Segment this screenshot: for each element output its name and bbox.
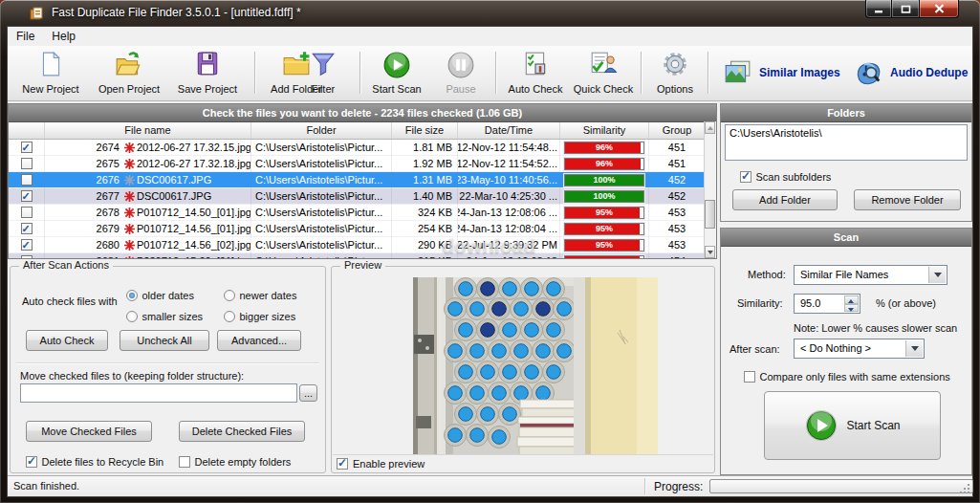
after-scan-legend: After Scan Actions [19, 259, 113, 271]
menu-help[interactable]: Help [43, 27, 84, 46]
filter-icon [310, 51, 337, 77]
table-row[interactable]: 2679 P010712_14.56_[01].jpg C:\Users\Ari… [9, 221, 716, 237]
file-type-icon [122, 208, 137, 218]
row-checkbox[interactable] [21, 158, 33, 169]
radio-older-dates[interactable]: older dates [126, 286, 194, 303]
row-checkbox[interactable] [21, 223, 33, 234]
column-date-time[interactable]: Date/Time [458, 122, 560, 139]
status-message: Scan finished. [13, 480, 79, 492]
radio-newer-dates[interactable]: newer dates [224, 286, 296, 303]
resize-grip-icon[interactable] [959, 483, 971, 495]
add-folder-panel-button[interactable]: Add Folder [732, 189, 838, 210]
row-checkbox[interactable] [21, 142, 33, 153]
enable-preview-row[interactable]: Enable preview [333, 454, 713, 471]
column-group[interactable]: Group [649, 122, 706, 139]
filter-button[interactable]: Filter [296, 49, 350, 97]
auto-check-button[interactable]: Auto Check [26, 330, 108, 351]
uncheck-all-button[interactable]: Uncheck All [120, 330, 209, 351]
column-file-size[interactable]: File size [392, 122, 458, 139]
table-header: File name Folder File size Date/Time Sim… [9, 122, 716, 140]
file-size: 324 KB [392, 205, 458, 221]
similarity-label: 96% [565, 159, 643, 169]
column-folder[interactable]: Folder [251, 122, 392, 139]
scan-subfolders-checkbox[interactable]: Scan subfolders [740, 167, 831, 185]
divider [16, 362, 319, 363]
minimize-button[interactable] [865, 0, 892, 18]
browse-button[interactable]: ... [299, 384, 317, 402]
table-row[interactable]: 2674 2012-06-27 17.32.15.jpg C:\Users\Ar… [9, 140, 716, 156]
vertical-scrollbar[interactable] [704, 121, 716, 258]
row-checkbox[interactable] [21, 174, 33, 186]
table-row[interactable]: 2676 DSC00617.JPG C:\Users\Aristotelis\P… [9, 172, 716, 188]
folder-path[interactable]: C:\Users\Aristotelis\ [730, 127, 822, 139]
scroll-up-arrow-icon[interactable] [705, 121, 715, 134]
file-name: P010712_14.50_[01].jpg [137, 205, 250, 220]
new-project-button[interactable]: New Project [15, 49, 86, 97]
checkbox-icon [179, 456, 190, 468]
delete-empty-folders-checkbox[interactable]: Delete empty folders [179, 452, 291, 470]
radio-bigger-sizes[interactable]: bigger sizes [224, 307, 295, 324]
app-icon [29, 6, 44, 21]
file-type-icon [122, 159, 137, 169]
close-button[interactable] [919, 0, 959, 18]
quick-check-button[interactable]: Quick Check [570, 49, 637, 97]
folders-panel: Folders C:\Users\Aristotelis\ Scan subfo… [720, 103, 972, 222]
file-group: 454 [649, 253, 706, 260]
audio-dedupe-button[interactable]: Audio Dedupe [854, 55, 968, 90]
row-checkbox[interactable] [21, 239, 33, 251]
table-row[interactable]: 2677 DSC00617.JPG C:\Users\Aristotelis\P… [9, 188, 716, 205]
recycle-bin-checkbox[interactable]: Delete files to Recycle Bin [26, 452, 163, 470]
column-similarity[interactable]: Similarity [560, 122, 649, 139]
similar-images-button[interactable]: Similar Images [723, 55, 840, 90]
table-row[interactable]: 2675 2012-06-27 17.32.18.jpg C:\Users\Ar… [9, 156, 716, 172]
folders-list[interactable]: C:\Users\Aristotelis\ [725, 124, 968, 161]
row-checkbox[interactable] [21, 207, 33, 218]
start-scan-button[interactable]: Start Scan [764, 391, 941, 460]
dropdown-arrow-icon[interactable] [905, 340, 923, 357]
options-button[interactable]: Options [648, 49, 702, 97]
spin-down-icon[interactable] [844, 304, 859, 313]
table-row[interactable]: 2678 P010712_14.50_[01].jpg C:\Users\Ari… [9, 205, 716, 221]
menu-bar: File Help [8, 27, 972, 47]
move-checked-files-button[interactable]: Move Checked Files [26, 421, 152, 442]
save-project-icon [195, 51, 220, 77]
same-extensions-checkbox[interactable]: Compare only files with same extensions [744, 367, 950, 384]
similarity-label: 95% [565, 224, 643, 234]
move-destination-input[interactable] [20, 383, 297, 403]
similarity-spinner[interactable]: 95.0 [794, 294, 860, 314]
column-check[interactable] [9, 122, 45, 139]
method-dropdown[interactable]: Similar File Names [794, 265, 947, 285]
auto-check-toolbar-button[interactable]: Auto Check [503, 49, 568, 97]
save-project-button[interactable]: Save Project [168, 49, 247, 97]
file-size: 1.40 MB [392, 188, 458, 205]
maximize-button[interactable] [892, 0, 919, 18]
folders-header: Folders [721, 104, 971, 122]
scroll-down-arrow-icon[interactable] [705, 246, 715, 258]
delete-checked-files-button[interactable]: Delete Checked Files [179, 421, 305, 442]
scrollbar-thumb[interactable] [705, 200, 715, 229]
spin-up-icon[interactable] [844, 295, 859, 304]
options-gear-icon [662, 51, 688, 77]
column-file-name[interactable]: File name [45, 122, 251, 139]
start-scan-toolbar-button[interactable]: Start Scan [367, 49, 426, 97]
remove-folder-button[interactable]: Remove Folder [854, 189, 961, 210]
menu-file[interactable]: File [8, 27, 43, 46]
file-group: 453 [649, 205, 706, 221]
start-scan-play-icon [804, 408, 838, 443]
method-value: Similar File Names [795, 266, 947, 284]
pause-button[interactable]: Pause [434, 49, 488, 97]
file-folder: C:\Users\Aristotelis\Pictur... [251, 140, 392, 156]
file-size: 1.92 MB [392, 156, 458, 172]
open-project-button[interactable]: Open Project [90, 49, 168, 97]
after-scan-dropdown[interactable]: < Do Nothing > [794, 339, 925, 359]
minimize-icon [874, 5, 883, 13]
file-date: 23-May-10 11:40:56... [458, 172, 560, 188]
file-type-icon [122, 175, 137, 186]
similarity-label: Similarity: [737, 297, 783, 309]
row-number: 2674 [45, 140, 122, 155]
table-row[interactable]: 2680 P010712_14.56_[02].jpg C:\Users\Ari… [9, 237, 716, 253]
dropdown-arrow-icon[interactable] [928, 267, 946, 283]
advanced-button[interactable]: Advanced... [217, 330, 301, 351]
radio-smaller-sizes[interactable]: smaller sizes [126, 307, 203, 324]
row-checkbox[interactable] [21, 190, 33, 202]
